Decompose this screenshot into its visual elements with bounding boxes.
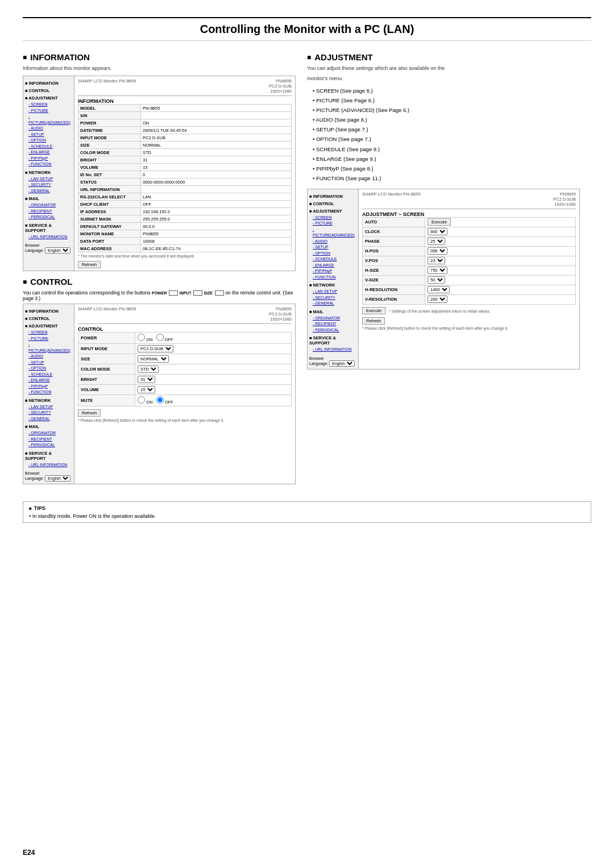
sb-originator-3[interactable]: - ORIGINATOR <box>309 315 356 322</box>
vresolution-select[interactable]: 200 <box>428 296 447 303</box>
sb-periodical-1[interactable]: - PERIODICAL <box>25 214 72 221</box>
ctrl-refresh-button[interactable]: Refresh <box>78 409 101 417</box>
volume-select[interactable]: 15 <box>138 386 155 393</box>
lang-select-1[interactable]: English <box>45 247 70 254</box>
browser-lang-3: BrowserLanguage: English <box>309 356 356 367</box>
sb-function-2[interactable]: - FUNCTION <box>25 389 72 396</box>
lang-select-2[interactable]: English <box>45 475 70 481</box>
sb-recipient-3[interactable]: - RECIPIENT <box>309 321 356 327</box>
sb-pipbyp-2[interactable]: - PIP/PbyP <box>25 384 72 390</box>
sb-function-1[interactable]: - FUNCTION <box>25 161 72 168</box>
power-on-radio[interactable] <box>138 334 145 341</box>
sb-lansetup-3[interactable]: - LAN SETUP <box>309 289 356 295</box>
phase-select[interactable]: 25 <box>428 238 445 245</box>
sb-service-1: ■ SERVICE &SUPPORT <box>25 223 72 233</box>
sb-network-2: ■ NETWORK <box>25 398 72 403</box>
sb-picture-adv-2[interactable]: - PICTURE(ADVANCED) <box>25 342 72 354</box>
sb-setup-1[interactable]: - SETUP <box>25 132 72 138</box>
sb-network-1: ■ NETWORK <box>25 170 72 175</box>
vpos-select[interactable]: 23 <box>428 257 445 264</box>
color-mode-select[interactable]: STD <box>138 366 159 373</box>
table-row: V-SIZE 50 <box>363 275 576 285</box>
table-row: MODELPN-9B55 <box>78 105 292 112</box>
clock-select[interactable]: 600 <box>428 228 447 235</box>
sb-setup-2[interactable]: - SETUP <box>25 360 72 366</box>
table-row: BRIGHT31 <box>78 156 292 164</box>
sb-lansetup-1[interactable]: - LAN SETUP <box>25 176 72 182</box>
hpos-select[interactable]: 056 <box>428 247 447 255</box>
sb-pipbyp-3[interactable]: - PIP/PbyP <box>309 268 356 275</box>
sb-function-3[interactable]: - FUNCTION <box>309 275 356 281</box>
table-row: URL INFORMATION <box>78 186 292 193</box>
sb-audio-1[interactable]: - AUDIO <box>25 126 72 132</box>
sb-picture-1[interactable]: - PICTURE <box>25 108 72 114</box>
control-desc: You can control the operations correspon… <box>23 290 296 301</box>
sb-security-1[interactable]: - SECURITY <box>25 182 72 188</box>
power-off-radio[interactable] <box>156 334 164 341</box>
info-panel-sidebar: ■ INFORMATION ■ CONTROL ■ ADJUSTMENT - S… <box>23 76 74 271</box>
sb-option-3[interactable]: - OPTION <box>309 251 356 257</box>
reset-execute-button[interactable]: Execute <box>362 307 385 314</box>
sb-control-1: ■ CONTROL <box>25 88 72 93</box>
info-refresh-button[interactable]: Refresh <box>78 261 101 268</box>
mute-off-radio[interactable] <box>156 396 164 404</box>
sb-general-1[interactable]: - GENERAL <box>25 188 72 194</box>
sb-mail-2: ■ MAIL <box>25 424 72 429</box>
sb-audio-2[interactable]: - AUDIO <box>25 354 72 360</box>
table-row: RS-232C/LAN SELECTLAN <box>78 193 292 201</box>
vsize-select[interactable]: 50 <box>428 276 445 284</box>
list-item: SCHEDULE (See page 9.) <box>313 144 580 154</box>
mute-on-radio[interactable] <box>138 396 145 404</box>
list-item: PICTURE (ADVANCED) (See Page 6.) <box>313 105 580 115</box>
sb-picture-adv-3[interactable]: - PICTURE(ADVANCED) <box>309 227 356 239</box>
sb-urlinfo-1[interactable]: - URL INFORMATION <box>25 234 72 240</box>
sb-periodical-2[interactable]: - PERIODICAL <box>25 442 72 448</box>
sb-option-1[interactable]: - OPTION <box>25 138 72 144</box>
sb-screen-3[interactable]: - SCREEN <box>309 215 356 221</box>
auto-execute-button[interactable]: Execute <box>428 218 451 226</box>
size-select[interactable]: NORMAL <box>138 355 169 363</box>
sb-picture-adv-1[interactable]: - PICTURE(ADVANCED) <box>25 114 72 126</box>
adj-panel-main: SHARP LCD Monitor PN-9B55 PN9B55 PC2 D-S… <box>359 189 579 369</box>
sb-screen-2[interactable]: - SCREEN <box>25 330 72 336</box>
sb-periodical-3[interactable]: - PERIODICAL <box>309 327 356 334</box>
sb-picture-3[interactable]: - PICTURE <box>309 221 356 227</box>
sb-originator-2[interactable]: - ORIGINATOR <box>25 430 72 437</box>
table-row: H-RESOLUTION 1400 <box>363 285 576 294</box>
sb-security-3[interactable]: - SECURITY <box>309 295 356 301</box>
sb-audio-3[interactable]: - AUDIO <box>309 239 356 245</box>
sb-enlarge-2[interactable]: - ENLARGE <box>25 377 72 384</box>
lang-select-3[interactable]: English <box>329 360 355 367</box>
sb-setup-3[interactable]: - SETUP <box>309 244 356 251</box>
sb-originator-1[interactable]: - ORIGINATOR <box>25 202 72 209</box>
hresolution-select[interactable]: 1400 <box>428 286 450 293</box>
sb-pipbyp-1[interactable]: - PIP/PbyP <box>25 156 72 162</box>
sb-schedule-3[interactable]: - SCHEDULE <box>309 256 356 263</box>
table-row: CLOCK 600 <box>363 227 576 236</box>
hsize-select[interactable]: 750 <box>428 267 447 274</box>
sb-lansetup-2[interactable]: - LAN SETUP <box>25 404 72 410</box>
bright-select[interactable]: 31 <box>138 376 155 383</box>
sb-schedule-2[interactable]: - SCHEDULE <box>25 372 72 378</box>
sb-picture-2[interactable]: - PICTURE <box>25 336 72 342</box>
adj-refresh-button[interactable]: Refresh <box>362 317 385 325</box>
sb-enlarge-3[interactable]: - ENLARGE <box>309 263 356 269</box>
ctrl-panel-main: SHARP LCD Monitor PN-9B55 PN9B55 PC2 D-S… <box>74 304 295 484</box>
sb-urlinfo-2[interactable]: - URL INFORMATION <box>25 462 72 468</box>
ctrl-device-name: SHARP LCD Monitor PN-9B55 <box>78 306 136 312</box>
sb-option-2[interactable]: - OPTION <box>25 366 72 372</box>
ctrl-connection: PN9B55 PC2 D-SUB 1920×1080 <box>269 306 292 322</box>
list-item: PICTURE (See Page 6.) <box>313 95 580 105</box>
sb-urlinfo-3[interactable]: - URL INFORMATION <box>309 347 356 353</box>
sb-general-2[interactable]: - GENERAL <box>25 416 72 422</box>
adj-device-name: SHARP LCD Monitor PN-9B55 <box>362 192 420 197</box>
sb-recipient-2[interactable]: - RECIPIENT <box>25 437 72 443</box>
sb-screen-1[interactable]: - SCREEN <box>25 102 72 108</box>
sb-enlarge-1[interactable]: - ENLARGE <box>25 149 72 156</box>
input-mode-select[interactable]: PC2 D-SUB <box>138 345 173 352</box>
sb-schedule-1[interactable]: - SCHEDULE <box>25 144 72 150</box>
sb-general-3[interactable]: - GENERAL <box>309 301 356 307</box>
sb-security-2[interactable]: - SECURITY <box>25 410 72 416</box>
adj-panel-sidebar: ■ INFORMATION ■ CONTROL ■ ADJUSTMENT - S… <box>308 189 359 369</box>
sb-recipient-1[interactable]: - RECIPIENT <box>25 209 72 215</box>
